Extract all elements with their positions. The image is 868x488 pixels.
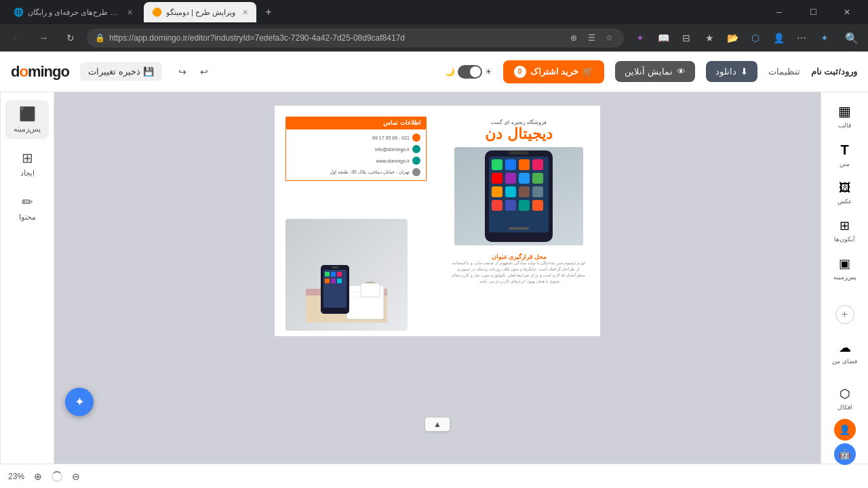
redo-button[interactable]: ↪ — [173, 62, 192, 81]
browser-book-icon[interactable]: 📖 — [652, 27, 674, 49]
forward-button[interactable]: → — [33, 27, 54, 49]
sidebar-effects[interactable]: ⬡ افکال — [821, 381, 868, 416]
sidebar-add[interactable]: + — [821, 297, 868, 332]
canvas-area[interactable]: اطلاعات تماس 021 - 66 95 17 89 info@domi… — [54, 92, 821, 464]
tab-1-close[interactable]: ✕ — [127, 8, 133, 17]
save-icon: 💾 — [143, 66, 154, 77]
tab-2-label: ویرایش طرح | دومینگو — [166, 8, 235, 17]
bottom-bar: 23% ⊕ ⊖ — [0, 464, 868, 488]
browser-fav-icon[interactable]: ★ — [698, 27, 720, 49]
svg-rect-13 — [325, 279, 330, 283]
zoom-in-button[interactable]: ⊕ — [30, 468, 46, 485]
user-avatar-2[interactable]: 🤖 — [834, 443, 856, 465]
web-dot — [412, 157, 420, 165]
svg-rect-23 — [492, 173, 502, 184]
phone-showcase[interactable] — [454, 147, 583, 245]
back-button[interactable]: ← — [5, 27, 27, 49]
background-tool-icon: ⬛ — [19, 106, 36, 122]
buy-badge: 0 — [514, 66, 526, 78]
phone-showcase-bg — [454, 147, 583, 245]
address-bar-icons: ⊕ ☰ ☆ — [567, 31, 616, 45]
browser-split-icon[interactable]: ⊟ — [675, 27, 697, 49]
browser-title-bar: 🌐 قالب‌ها و طرح‌های حرفه‌ای و رایگان ✕ 🟠… — [0, 0, 868, 24]
tab-1[interactable]: 🌐 قالب‌ها و طرح‌های حرفه‌ای و رایگان ✕ — [5, 2, 141, 22]
address-bar[interactable]: 🔒 https://app.domingo.ir/editor?industry… — [87, 28, 624, 47]
svg-rect-14 — [331, 279, 336, 283]
window-controls: ─ ☐ ✕ — [764, 1, 863, 23]
sidebar-myspace[interactable]: ☁ فضای من — [821, 335, 868, 370]
address-text: تهران - خیابان دیباجی، پلاک 30، طبقه اول — [330, 169, 410, 175]
page-right-content: فروشگاه زنجیره ای گمت دیجیتال دن — [446, 114, 592, 285]
ssl-icon: 🔒 — [95, 33, 105, 43]
page-left[interactable]: اطلاعات تماس 021 - 66 95 17 89 info@domi… — [275, 106, 437, 336]
browser-toolbar: ✦ 📖 ⊟ ★ 📂 ⬡ 👤 ⋯ ✦ — [629, 27, 835, 49]
create-tool-icon: ⊞ — [22, 150, 33, 166]
email-text: info@domingo.ir — [375, 147, 410, 152]
download-label: دانلود — [715, 66, 736, 77]
save-label: ذخیره تغییرات — [88, 66, 140, 77]
browser-collection-icon[interactable]: 📂 — [722, 27, 743, 49]
add-to-favorites-icon[interactable]: ⊕ — [567, 31, 580, 45]
preview-button[interactable]: 👁 نمایش آنلاین — [615, 61, 695, 82]
effects-label: افکال — [837, 404, 852, 411]
browser-search-icon[interactable]: 🔍 — [841, 27, 863, 49]
content-tool-icon: ✏ — [22, 194, 33, 210]
url-text: https://app.domingo.ir/editor?industryId… — [109, 33, 563, 43]
sidebar-text[interactable]: T متن — [821, 137, 868, 173]
toolbar-create[interactable]: ⊞ ایجاد — [5, 144, 49, 183]
settings-link[interactable]: تنظیمات — [768, 66, 800, 77]
download-button[interactable]: ⬇ دانلود — [706, 61, 757, 82]
tab-2-close[interactable]: ✕ — [242, 8, 248, 17]
svg-rect-22 — [532, 159, 543, 170]
edge-icon[interactable]: ⬡ — [745, 27, 766, 49]
close-button[interactable]: ✕ — [831, 1, 863, 23]
content-tool-label: محتوا — [19, 213, 36, 222]
theme-toggle[interactable] — [458, 65, 482, 79]
effects-icon: ⬡ — [840, 386, 850, 401]
browser-ai-icon[interactable]: ✦ — [629, 27, 651, 49]
new-tab-button[interactable]: + — [259, 3, 278, 22]
svg-rect-20 — [505, 159, 516, 170]
browser-extensions-icon[interactable]: ☰ — [585, 31, 598, 45]
sidebar-template[interactable]: ▦ قالب — [821, 98, 868, 134]
star-icon[interactable]: ☆ — [602, 31, 616, 45]
web-text: www.domingo.ir — [376, 159, 410, 163]
minimize-button[interactable]: ─ — [764, 1, 795, 23]
sidebar-photo[interactable]: 🖼 عکس — [821, 176, 868, 210]
user-avatar-1[interactable]: 👤 — [834, 419, 856, 441]
phone-desk-bg — [285, 219, 408, 331]
loading-spinner — [52, 471, 62, 482]
copilot-icon[interactable]: ✦ — [814, 27, 835, 49]
fab-button[interactable]: ✦ — [65, 388, 94, 416]
save-button[interactable]: 💾 ذخیره تغییرات — [80, 62, 162, 81]
buy-button[interactable]: 🛒 خرید اشتراک 0 — [503, 60, 605, 83]
chevron-up-icon: ▲ — [433, 420, 441, 429]
toolbar-background[interactable]: ⬛ پس‌زمینه — [5, 100, 49, 139]
photo-label: عکس — [837, 198, 852, 205]
svg-rect-18 — [509, 151, 529, 155]
sidebar-icons[interactable]: ⊞ آیکون‌ها — [821, 213, 868, 248]
phone-image-left[interactable] — [285, 219, 408, 331]
undo-redo-group: ↩ ↪ — [173, 62, 214, 81]
undo-button[interactable]: ↩ — [195, 62, 214, 81]
tab-2[interactable]: 🟠 ویرایش طرح | دومینگو ✕ — [144, 2, 256, 22]
browser-more-icon[interactable]: ⋯ — [791, 27, 812, 49]
myspace-icon: ☁ — [839, 340, 851, 355]
svg-rect-19 — [492, 159, 502, 170]
svg-rect-25 — [519, 173, 530, 184]
zoom-out-button[interactable]: ⊖ — [68, 468, 84, 485]
browser-profile-icon[interactable]: 👤 — [768, 27, 789, 49]
toolbar-content[interactable]: ✏ محتوا — [5, 188, 49, 227]
pages-container: اطلاعات تماس 021 - 66 95 17 89 info@domi… — [275, 106, 600, 336]
contact-items-list: 021 - 66 95 17 89 info@domingo.ir www.do… — [285, 129, 427, 181]
placement-title: محل قرارگیری عنوان — [492, 253, 547, 260]
scroll-up-button[interactable]: ▲ — [425, 418, 450, 431]
login-button[interactable]: ورود/ثبت نام — [811, 66, 857, 77]
moon-icon: 🌙 — [445, 67, 455, 77]
maximize-button[interactable]: ☐ — [797, 1, 829, 23]
phone-text: 021 - 66 95 17 89 — [372, 136, 410, 140]
refresh-button[interactable]: ↻ — [60, 27, 81, 49]
page-right[interactable]: فروشگاه زنجیره ای گمت دیجیتال دن — [437, 106, 600, 336]
sidebar-bg[interactable]: ▣ پس‌زمینه — [821, 251, 868, 286]
add-icon[interactable]: + — [835, 305, 854, 324]
